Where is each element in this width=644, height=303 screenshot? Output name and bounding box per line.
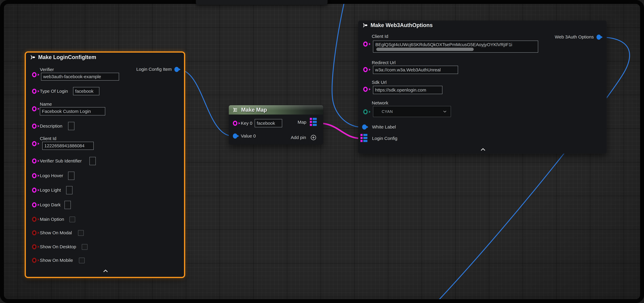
wire-top-to-whitelabel[interactable] [332, 1, 360, 127]
login-config-item-output-pin[interactable] [174, 67, 179, 72]
add-pin-icon[interactable] [310, 134, 316, 141]
node-title: Make Map [241, 107, 267, 113]
client-id-input[interactable]: BEglQSgt4cUWcj6SKRdu5QkOXTsePmMcusG5EAoy… [373, 40, 538, 52]
type-of-login-input[interactable]: facebook [73, 87, 99, 95]
make-struct-icon [29, 54, 36, 60]
show-on-modal-pin[interactable] [32, 230, 36, 235]
name-label: Name [40, 102, 52, 107]
login-config-pin[interactable] [360, 134, 368, 142]
key0-label: Key 0 [241, 121, 252, 126]
node-title: Make Web3AuthOptions [370, 22, 433, 28]
logo-dark-pin[interactable] [32, 202, 36, 208]
redirect-url-pin[interactable] [363, 67, 368, 72]
blueprint-editor: Make LoginConfigItem Login Config Item V… [0, 0, 644, 303]
make-struct-icon [362, 22, 368, 28]
redirect-url-input[interactable]: w3a://com.w3a.Web3AuthUnreal [373, 66, 458, 74]
white-label-pin[interactable] [362, 124, 367, 130]
key0-pin[interactable] [233, 121, 237, 126]
web3auth-options-output-pin[interactable] [596, 34, 601, 40]
make-map-icon [232, 106, 239, 113]
description-pin[interactable] [32, 124, 36, 129]
show-on-mobile-checkbox[interactable] [79, 258, 85, 263]
node-header[interactable]: Make Web3AuthOptions [358, 20, 607, 30]
logo-hover-input[interactable] [68, 172, 74, 180]
key0-input[interactable]: facebook [255, 119, 282, 127]
main-option-pin[interactable] [32, 217, 36, 222]
show-on-mobile-pin[interactable] [32, 258, 36, 263]
verifier-sub-identifier-label: Verifier Sub Identifier [40, 158, 82, 164]
verifier-input[interactable]: web3auth-facebook-example [41, 73, 119, 80]
verifier-sub-identifier-pin[interactable] [32, 158, 36, 164]
show-on-modal-label: Show On Modal [40, 230, 72, 235]
logo-hover-label: Logo Hover [40, 173, 63, 178]
sdk-url-input[interactable]: https://sdk.openlogin.com [373, 86, 442, 94]
client-id-input[interactable]: 1222658941886084 [42, 142, 94, 150]
network-dropdown[interactable]: CYAN [373, 106, 451, 117]
add-pin-label[interactable]: Add pin [291, 135, 306, 140]
client-id-pin[interactable] [363, 42, 368, 46]
logo-dark-input[interactable] [64, 201, 71, 209]
login-config-label: Login Config [372, 136, 397, 141]
show-on-desktop-label: Show On Desktop [40, 244, 76, 249]
verifier-sub-identifier-input[interactable] [90, 157, 96, 165]
redirect-url-label: Redirect Url [372, 60, 396, 65]
logo-dark-label: Logo Dark [40, 202, 60, 208]
verifier-label: Verifier [40, 67, 54, 72]
wire-map-to-loginconfig[interactable] [319, 123, 361, 138]
network-label: Network [372, 100, 388, 106]
main-option-label: Main Option [40, 217, 64, 222]
map-output-label: Map [298, 120, 306, 125]
show-on-mobile-label: Show On Mobile [40, 258, 73, 263]
value0-label: Value 0 [241, 134, 256, 138]
description-input[interactable] [68, 122, 74, 130]
horizontal-scrollbar[interactable] [376, 48, 474, 51]
map-output-pin[interactable] [310, 118, 317, 126]
node-make-web3authoptions[interactable]: Make Web3AuthOptions Web 3Auth Options C… [358, 20, 607, 154]
network-pin[interactable] [363, 109, 368, 114]
type-of-login-pin[interactable] [32, 89, 36, 94]
output-pin-label: Login Config Item [136, 67, 172, 72]
chevron-down-icon [443, 110, 447, 112]
logo-light-input[interactable] [66, 186, 72, 194]
offscreen-node-bottom[interactable] [196, 0, 328, 5]
sdk-url-label: Sdk Url [372, 80, 386, 85]
white-label-label: White Label [372, 124, 396, 130]
node-make-map[interactable]: Make Map Key 0 facebook Map Value 0 Add … [229, 105, 323, 144]
client-id-label: Client Id [40, 136, 56, 141]
client-id-label: Client Id [372, 34, 388, 39]
sdk-url-pin[interactable] [363, 87, 368, 92]
output-pin-label: Web 3Auth Options [555, 34, 594, 40]
wire-loginconfigitem-to-value0[interactable] [179, 70, 233, 136]
verifier-pin[interactable] [32, 72, 36, 77]
logo-light-pin[interactable] [32, 188, 36, 193]
main-option-checkbox[interactable] [70, 216, 75, 222]
logo-hover-pin[interactable] [32, 173, 36, 178]
name-pin[interactable] [32, 106, 36, 111]
show-on-desktop-checkbox[interactable] [82, 244, 88, 250]
collapse-chevron-icon[interactable] [102, 269, 109, 273]
show-on-desktop-pin[interactable] [32, 244, 36, 249]
show-on-modal-checkbox[interactable] [78, 230, 84, 236]
logo-light-label: Logo Light [40, 188, 61, 193]
node-make-loginconfigitem[interactable]: Make LoginConfigItem Login Config Item V… [26, 52, 184, 277]
value0-pin[interactable] [233, 134, 237, 138]
name-input[interactable]: Facebook Custom Login [40, 107, 105, 116]
description-label: Description [40, 124, 62, 129]
client-id-pin[interactable] [32, 141, 36, 146]
node-title: Make LoginConfigItem [38, 54, 96, 60]
node-header[interactable]: Make Map [229, 105, 323, 114]
collapse-chevron-icon[interactable] [479, 148, 487, 152]
type-of-login-label: Type Of Login [40, 89, 68, 94]
node-header[interactable]: Make LoginConfigItem [26, 52, 184, 62]
